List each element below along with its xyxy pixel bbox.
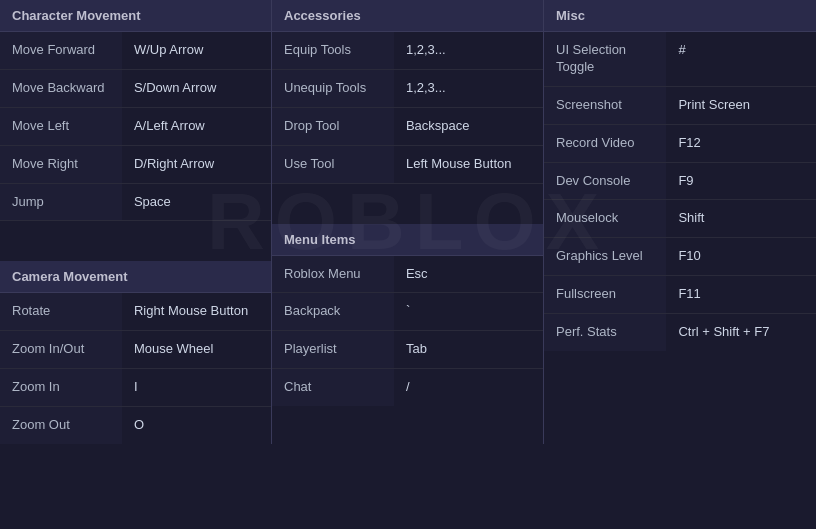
section-header-menu-items: Menu Items: [272, 224, 543, 256]
table-row: Move ForwardW/Up Arrow: [0, 32, 271, 70]
table-row: Equip Tools1,2,3...: [272, 32, 543, 70]
table-row: PlayerlistTab: [272, 331, 543, 369]
key-value: I: [122, 369, 271, 406]
key-value: A/Left Arrow: [122, 108, 271, 145]
table-row: Zoom In/OutMouse Wheel: [0, 331, 271, 369]
key-label: Backpack: [272, 293, 394, 330]
key-value: Backspace: [394, 108, 543, 145]
key-label: Unequip Tools: [272, 70, 394, 107]
column-accessories: AccessoriesEquip Tools1,2,3...Unequip To…: [272, 0, 544, 444]
section-header-misc-section: Misc: [544, 0, 816, 32]
key-label: Use Tool: [272, 146, 394, 183]
section-header-accessories-section: Accessories: [272, 0, 543, 32]
key-value: O: [122, 407, 271, 444]
spacer-camera-movement: [0, 221, 271, 261]
table-row: Zoom InI: [0, 369, 271, 407]
key-value: F11: [666, 276, 816, 313]
key-label: Chat: [272, 369, 394, 406]
key-label: Dev Console: [544, 163, 666, 200]
key-value: #: [666, 32, 816, 86]
key-label: Perf. Stats: [544, 314, 666, 351]
key-label: Fullscreen: [544, 276, 666, 313]
key-value: Esc: [394, 256, 543, 293]
key-label: Move Forward: [0, 32, 122, 69]
key-value: W/Up Arrow: [122, 32, 271, 69]
key-label: Playerlist: [272, 331, 394, 368]
table-row: Chat/: [272, 369, 543, 406]
key-value: Shift: [666, 200, 816, 237]
key-value: Right Mouse Button: [122, 293, 271, 330]
key-value: F12: [666, 125, 816, 162]
table-row: FullscreenF11: [544, 276, 816, 314]
table-row: Perf. StatsCtrl + Shift + F7: [544, 314, 816, 351]
key-value: Space: [122, 184, 271, 221]
table-row: JumpSpace: [0, 184, 271, 222]
key-label: Mouselock: [544, 200, 666, 237]
table-row: Dev ConsoleF9: [544, 163, 816, 201]
key-value: 1,2,3...: [394, 32, 543, 69]
column-misc: MiscUI Selection Toggle#ScreenshotPrint …: [544, 0, 816, 444]
key-value: S/Down Arrow: [122, 70, 271, 107]
key-value: Mouse Wheel: [122, 331, 271, 368]
table-row: Move BackwardS/Down Arrow: [0, 70, 271, 108]
table-row: Drop ToolBackspace: [272, 108, 543, 146]
key-label: Record Video: [544, 125, 666, 162]
key-label: Screenshot: [544, 87, 666, 124]
key-label: UI Selection Toggle: [544, 32, 666, 86]
table-row: UI Selection Toggle#: [544, 32, 816, 87]
table-row: Move RightD/Right Arrow: [0, 146, 271, 184]
table-row: MouselockShift: [544, 200, 816, 238]
key-label: Zoom Out: [0, 407, 122, 444]
key-label: Roblox Menu: [272, 256, 394, 293]
key-value: Ctrl + Shift + F7: [666, 314, 816, 351]
key-label: Rotate: [0, 293, 122, 330]
table-row: Move LeftA/Left Arrow: [0, 108, 271, 146]
table-row: Record VideoF12: [544, 125, 816, 163]
column-character: Character MovementMove ForwardW/Up Arrow…: [0, 0, 272, 444]
key-value: 1,2,3...: [394, 70, 543, 107]
key-label: Move Right: [0, 146, 122, 183]
table-row: Backpack`: [272, 293, 543, 331]
key-label: Move Backward: [0, 70, 122, 107]
key-value: F9: [666, 163, 816, 200]
table-row: Unequip Tools1,2,3...: [272, 70, 543, 108]
key-value: /: [394, 369, 543, 406]
key-label: Equip Tools: [272, 32, 394, 69]
table-row: RotateRight Mouse Button: [0, 293, 271, 331]
table-row: Use ToolLeft Mouse Button: [272, 146, 543, 184]
key-label: Zoom In: [0, 369, 122, 406]
key-label: Jump: [0, 184, 122, 221]
section-header-camera-movement: Camera Movement: [0, 261, 271, 293]
key-value: Print Screen: [666, 87, 816, 124]
key-label: Graphics Level: [544, 238, 666, 275]
section-header-character-movement: Character Movement: [0, 0, 271, 32]
key-value: Left Mouse Button: [394, 146, 543, 183]
spacer-menu-items: [272, 184, 543, 224]
table-row: Roblox MenuEsc: [272, 256, 543, 294]
key-label: Move Left: [0, 108, 122, 145]
table-row: Zoom OutO: [0, 407, 271, 444]
key-label: Drop Tool: [272, 108, 394, 145]
key-value: Tab: [394, 331, 543, 368]
key-value: `: [394, 293, 543, 330]
key-label: Zoom In/Out: [0, 331, 122, 368]
key-value: F10: [666, 238, 816, 275]
keybindings-grid: ROBLOX Character MovementMove ForwardW/U…: [0, 0, 816, 444]
table-row: Graphics LevelF10: [544, 238, 816, 276]
key-value: D/Right Arrow: [122, 146, 271, 183]
table-row: ScreenshotPrint Screen: [544, 87, 816, 125]
